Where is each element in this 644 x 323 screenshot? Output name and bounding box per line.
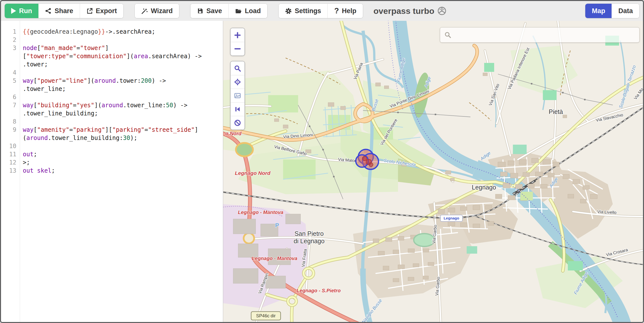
code-row: 13out skel; <box>1 167 223 175</box>
code-row: 10 <box>1 142 223 150</box>
question-mark-icon: ? <box>334 6 339 15</box>
toolbar: Run Share Export Wizard Save <box>1 1 643 21</box>
export-label: Export <box>96 7 117 15</box>
export-icon <box>86 8 93 14</box>
wizard-label: Wizard <box>151 7 173 15</box>
code-row: .tower; <box>1 60 223 68</box>
play-icon <box>11 8 16 14</box>
main-area: 1{{geocodeArea:Legnago}}->.searchArea;23… <box>1 21 643 322</box>
gear-icon <box>285 8 292 14</box>
help-button[interactable]: ? Help <box>328 4 362 18</box>
query-editor[interactable]: 1{{geocodeArea:Legnago}}->.searchArea;23… <box>1 21 223 322</box>
magic-wand-icon <box>141 8 148 14</box>
map-label: SP46c dir <box>256 313 276 318</box>
code-rows: 1{{geocodeArea:Legnago}}->.searchArea;23… <box>1 21 223 175</box>
code-row: 9way["amenity"="parking"]["parking"="str… <box>1 126 223 134</box>
save-button[interactable]: Save <box>190 4 228 18</box>
map-label: Legnago - Mantova <box>238 210 283 215</box>
zoom-out-button[interactable] <box>230 42 244 56</box>
wizard-group: Wizard <box>134 4 179 18</box>
map-label: o Nord <box>226 131 242 136</box>
magnifier-icon <box>234 65 241 72</box>
overpass-turbo-window: Run Share Export Wizard Save <box>0 0 644 323</box>
code-row: .tower_line; <box>1 85 223 93</box>
code-row: 3node["man_made"="tower"] <box>1 44 223 52</box>
run-button[interactable]: Run <box>5 4 38 18</box>
load-label: Load <box>245 7 261 15</box>
floppy-save-icon <box>197 8 203 14</box>
open-folder-icon <box>235 8 242 14</box>
code-row: 12>; <box>1 158 223 167</box>
code-row: 7way["building"="yes"](around.tower_line… <box>1 101 223 110</box>
export-image-button[interactable] <box>230 89 244 102</box>
crosshair-icon <box>234 78 241 86</box>
map-label: Legnago <box>444 216 459 220</box>
map-tab-label: Map <box>592 7 605 15</box>
map-label: Legnago - Mantova <box>252 256 298 261</box>
turbo-logo-icon <box>437 6 446 16</box>
map-label: Legnago Nord <box>235 170 271 176</box>
code-row: .tower_line_building; <box>1 110 223 118</box>
skip-back-button[interactable] <box>230 102 244 116</box>
plus-icon <box>234 32 241 39</box>
load-button[interactable]: Load <box>228 4 267 18</box>
no-entry-icon <box>234 119 241 126</box>
map-label: di Legnago <box>294 238 325 244</box>
clear-results-button[interactable] <box>230 116 244 130</box>
code-row: 11out; <box>1 150 223 158</box>
map-panel: LegnagoSan Pietrodi LegnagoPietào NordLe… <box>223 21 643 322</box>
code-row: ["tower:type"="communication"](area.sear… <box>1 52 223 60</box>
share-label: Share <box>54 7 73 15</box>
skip-back-icon <box>234 106 241 113</box>
save-load-group: Save Load <box>190 4 268 18</box>
settings-button[interactable]: Settings <box>279 4 328 18</box>
code-row: 6 <box>1 93 223 101</box>
data-tab-label: Data <box>618 7 633 15</box>
save-label: Save <box>206 7 222 15</box>
code-row: 8 <box>1 118 223 126</box>
result-dot[interactable] <box>362 156 367 161</box>
map-tools-control <box>230 61 245 130</box>
code-row: 2 <box>1 36 223 44</box>
tab-map[interactable]: Map <box>585 4 612 18</box>
code-row: 1{{geocodeArea:Legnago}}->.searchArea; <box>1 28 223 36</box>
zoom-control <box>230 28 245 56</box>
share-icon <box>45 8 52 14</box>
share-button[interactable]: Share <box>38 4 80 18</box>
map-search-box <box>440 27 640 42</box>
code-row: 5way["power"="line"](around.tower:200) -… <box>1 77 223 85</box>
run-label: Run <box>19 7 32 15</box>
map-search-button[interactable] <box>230 62 244 75</box>
code-row: 4 <box>1 68 223 77</box>
app-title-text: overpass turbo <box>374 6 434 16</box>
map-label: Pietà <box>549 108 563 115</box>
zoom-in-button[interactable] <box>230 28 244 42</box>
map-label: Via Livello <box>597 209 617 215</box>
help-label: Help <box>342 7 356 15</box>
settings-label: Settings <box>295 7 321 15</box>
locate-button[interactable] <box>230 75 244 89</box>
tab-data[interactable]: Data <box>612 4 639 18</box>
search-input[interactable] <box>454 31 635 39</box>
map-label: Legnago <box>472 184 496 191</box>
result-dot[interactable] <box>369 163 373 167</box>
search-icon <box>444 31 452 39</box>
image-icon <box>234 92 241 99</box>
map-label: San Pietro <box>294 230 324 237</box>
run-share-export-group: Run Share Export <box>4 4 124 18</box>
wizard-button[interactable]: Wizard <box>135 4 179 18</box>
map-canvas[interactable]: LegnagoSan Pietrodi LegnagoPietào NordLe… <box>223 21 643 322</box>
map-label: Legnago - S.Pietro <box>296 288 340 293</box>
app-title: overpass turbo <box>374 6 447 16</box>
export-button[interactable]: Export <box>80 4 124 18</box>
code-row: (around.tower_line_building:30); <box>1 134 223 142</box>
settings-help-group: Settings ? Help <box>278 4 363 18</box>
map-data-toggle: Map Data <box>585 4 640 18</box>
minus-icon <box>234 45 241 52</box>
map-label: P <box>275 222 279 229</box>
